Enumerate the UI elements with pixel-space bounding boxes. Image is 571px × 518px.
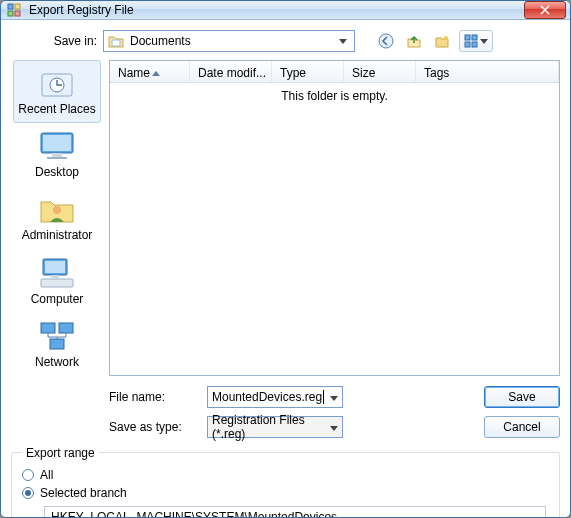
col-name[interactable]: Name	[110, 61, 190, 82]
chevron-down-icon[interactable]	[330, 390, 338, 404]
svg-rect-0	[8, 4, 13, 9]
user-folder-icon	[37, 191, 77, 227]
documents-folder-icon	[108, 33, 124, 49]
window-title: Export Registry File	[29, 3, 524, 17]
svg-rect-19	[45, 261, 65, 273]
svg-point-17	[53, 206, 61, 214]
svg-rect-4	[112, 40, 120, 46]
svg-rect-8	[472, 35, 477, 40]
file-list-body: This folder is empty.	[110, 83, 559, 375]
view-grid-icon	[464, 34, 478, 48]
titlebar: Export Registry File	[1, 1, 570, 20]
col-date[interactable]: Date modif...	[190, 61, 272, 82]
branch-path-input[interactable]: HKEY_LOCAL_MACHINE\SYSTEM\MountedDevices	[44, 506, 546, 518]
toolbar	[375, 30, 493, 52]
computer-icon	[37, 255, 77, 291]
network-icon	[37, 318, 77, 354]
place-label: Administrator	[14, 229, 100, 242]
svg-rect-7	[465, 35, 470, 40]
text-caret	[323, 390, 324, 404]
filename-rows: File name: MountedDevices.reg Save Save …	[11, 376, 560, 438]
column-headers: Name Date modif... Type Size Tags	[110, 61, 559, 83]
svg-rect-10	[472, 42, 477, 47]
client-area: Save in: Documents	[1, 20, 570, 518]
place-label: Network	[14, 356, 100, 369]
place-network[interactable]: Network	[13, 313, 101, 376]
svg-rect-3	[15, 11, 20, 16]
place-label: Computer	[14, 293, 100, 306]
chevron-down-icon	[480, 39, 488, 44]
file-browser: Recent Places Desktop Administrator	[11, 60, 560, 376]
recent-places-icon	[37, 65, 77, 101]
view-menu-button[interactable]	[459, 30, 493, 52]
savein-combo[interactable]: Documents	[103, 30, 355, 52]
filename-label: File name:	[109, 390, 199, 404]
place-label: Recent Places	[14, 103, 100, 116]
chevron-down-icon[interactable]	[336, 34, 350, 48]
place-computer[interactable]: Computer	[13, 250, 101, 313]
radio-all-label: All	[40, 468, 53, 482]
sort-asc-icon	[152, 71, 160, 76]
savetype-combo[interactable]: Registration Files (*.reg)	[207, 416, 343, 438]
svg-rect-20	[51, 275, 59, 278]
empty-message: This folder is empty.	[281, 89, 387, 375]
svg-rect-9	[465, 42, 470, 47]
svg-rect-23	[59, 323, 73, 333]
radio-selected-branch[interactable]	[22, 487, 34, 499]
radio-all-row[interactable]: All	[22, 466, 549, 484]
savein-label: Save in:	[41, 34, 97, 48]
svg-rect-16	[47, 157, 67, 159]
svg-rect-2	[15, 4, 20, 9]
back-button[interactable]	[375, 30, 397, 52]
savetype-label: Save as type:	[109, 420, 199, 434]
regedit-icon	[7, 2, 23, 18]
savein-row: Save in: Documents	[11, 28, 560, 60]
svg-point-5	[379, 34, 393, 48]
col-type[interactable]: Type	[272, 61, 344, 82]
place-label: Desktop	[14, 166, 100, 179]
close-button[interactable]	[524, 1, 566, 19]
radio-selected-row[interactable]: Selected branch	[22, 484, 549, 502]
col-tags[interactable]: Tags	[416, 61, 559, 82]
filename-input[interactable]: MountedDevices.reg	[207, 386, 343, 408]
radio-all[interactable]	[22, 469, 34, 481]
place-user[interactable]: Administrator	[13, 186, 101, 249]
up-one-level-button[interactable]	[403, 30, 425, 52]
col-size[interactable]: Size	[344, 61, 416, 82]
place-recent[interactable]: Recent Places	[13, 60, 101, 123]
svg-rect-22	[41, 323, 55, 333]
places-bar: Recent Places Desktop Administrator	[11, 60, 103, 376]
export-registry-dialog: Export Registry File Save in: Documents	[0, 0, 571, 518]
svg-rect-1	[8, 11, 13, 16]
savein-value: Documents	[130, 34, 191, 48]
place-desktop[interactable]: Desktop	[13, 123, 101, 186]
svg-rect-14	[43, 135, 71, 151]
save-button[interactable]: Save	[484, 386, 560, 408]
chevron-down-icon[interactable]	[330, 420, 338, 434]
desktop-icon	[37, 128, 77, 164]
export-range-group: Export range All Selected branch HKEY_LO…	[11, 446, 560, 518]
svg-rect-15	[52, 153, 62, 157]
new-folder-button[interactable]	[431, 30, 453, 52]
svg-rect-21	[41, 279, 73, 287]
radio-selected-label: Selected branch	[40, 486, 127, 500]
file-list[interactable]: Name Date modif... Type Size Tags This f…	[109, 60, 560, 376]
export-range-legend: Export range	[22, 446, 99, 460]
svg-rect-24	[50, 339, 64, 349]
cancel-button[interactable]: Cancel	[484, 416, 560, 438]
